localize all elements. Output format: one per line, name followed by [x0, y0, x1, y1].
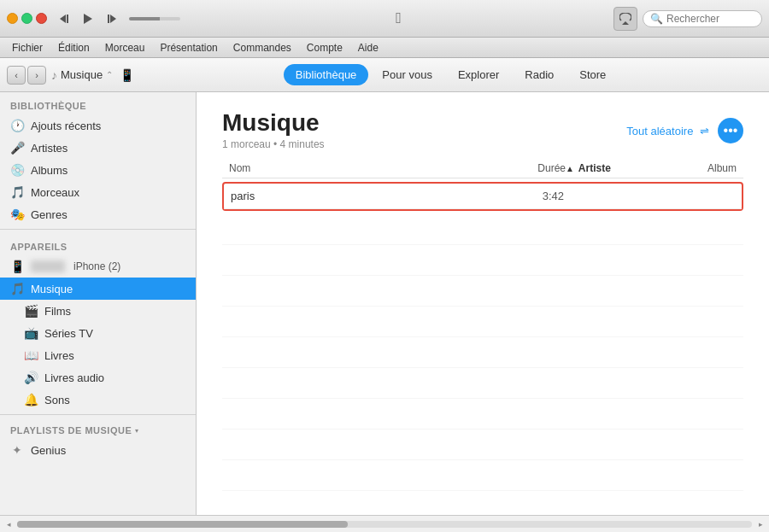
- volume-slider[interactable]: [129, 17, 180, 20]
- sidebar-item-genres[interactable]: 🎭 Genres: [0, 203, 196, 225]
- apple-logo-icon: : [396, 9, 402, 27]
- svg-marker-3: [110, 15, 116, 23]
- genres-icon: 🎭: [10, 208, 24, 221]
- svg-rect-1: [67, 15, 68, 23]
- empty-row-5: [222, 337, 743, 368]
- sidebar-item-musique[interactable]: 🎵 Musique: [0, 278, 196, 300]
- sidebar-item-livres[interactable]: 📖 Livres: [0, 344, 196, 366]
- bell-icon: 🔔: [24, 393, 38, 406]
- menu-bar: Fichier Édition Morceau Présentation Com…: [0, 38, 769, 58]
- sort-arrow-icon: ▲: [566, 164, 574, 173]
- sidebar-label-sons: Sons: [44, 394, 70, 406]
- empty-row-4: [222, 307, 743, 337]
- bottom-scrollbar: ◂ ▸: [0, 515, 769, 532]
- scroll-right-icon[interactable]: ▸: [755, 519, 766, 529]
- empty-row-6: [222, 368, 743, 399]
- svg-marker-5: [622, 21, 629, 25]
- empty-row-1: [222, 214, 743, 245]
- nav-arrows: ‹ ›: [7, 66, 46, 85]
- content-area: Musique 1 morceau • 4 minutes Tout aléat…: [197, 92, 769, 515]
- table-row[interactable]: paris 3:42: [224, 184, 742, 209]
- more-button[interactable]: •••: [718, 118, 743, 143]
- sidebar-item-morceaux[interactable]: 🎵 Morceaux: [0, 181, 196, 203]
- sidebar-item-series-tv[interactable]: 📺 Séries TV: [0, 322, 196, 344]
- audio-book-icon: 🔊: [24, 371, 38, 384]
- content-header: Musique 1 morceau • 4 minutes Tout aléat…: [197, 92, 769, 159]
- nav-tabs: Bibliothèque Pour vous Explorer Radio St…: [139, 64, 762, 85]
- empty-row-3: [222, 276, 743, 307]
- svg-rect-4: [108, 15, 109, 23]
- minimize-button[interactable]: [7, 13, 18, 24]
- music-table: Nom Durée ▲ Artiste Album paris 3:42: [197, 159, 769, 515]
- search-input[interactable]: [666, 13, 754, 25]
- next-button[interactable]: [100, 9, 120, 29]
- sidebar-item-ajouts-recents[interactable]: 🕐 Ajouts récents: [0, 114, 196, 137]
- col-header-album[interactable]: Album: [668, 162, 737, 174]
- menu-edition[interactable]: Édition: [51, 40, 97, 56]
- sidebar-item-albums[interactable]: 💿 Albums: [0, 159, 196, 181]
- device-name-label: iPhone (2): [73, 260, 120, 272]
- menu-morceau[interactable]: Morceau: [98, 40, 152, 56]
- svg-marker-2: [84, 14, 92, 24]
- play-button[interactable]: [78, 9, 98, 29]
- row-artist: [564, 190, 666, 202]
- menu-aide[interactable]: Aide: [351, 40, 385, 56]
- chevron-down-icon: ▾: [135, 427, 138, 435]
- nav-back-button[interactable]: ‹: [7, 66, 26, 85]
- breadcrumb-text: Musique: [61, 68, 103, 81]
- sidebar-item-genius[interactable]: ✦ Genius: [0, 439, 196, 461]
- tab-explorer[interactable]: Explorer: [446, 64, 511, 85]
- sidebar-label-genius: Genius: [31, 444, 66, 457]
- search-box[interactable]: 🔍: [643, 10, 762, 27]
- content-title-block: Musique 1 morceau • 4 minutes: [222, 109, 325, 150]
- window-controls: [7, 13, 47, 24]
- nav-forward-button[interactable]: ›: [27, 66, 46, 85]
- menu-compte[interactable]: Compte: [300, 40, 349, 56]
- shuffle-link[interactable]: Tout aléatoire ⇌: [626, 125, 709, 137]
- content-subtitle: 1 morceau • 4 minutes: [222, 138, 325, 150]
- scroll-left-icon[interactable]: ◂: [3, 519, 14, 529]
- mic-icon: 🎤: [10, 141, 24, 155]
- table-header: Nom Durée ▲ Artiste Album: [222, 159, 743, 178]
- sidebar-label-livres: Livres: [44, 349, 74, 362]
- airplay-button[interactable]: [613, 7, 637, 31]
- search-icon: 🔍: [650, 13, 663, 25]
- title-bar:  🔍: [0, 0, 769, 38]
- playlists-section-title: Playlists de musique: [10, 425, 132, 436]
- tab-bibliotheque[interactable]: Bibliothèque: [284, 64, 369, 85]
- tab-radio[interactable]: Radio: [513, 64, 566, 85]
- empty-row-8: [222, 430, 743, 460]
- col-header-nom[interactable]: Nom: [229, 162, 497, 174]
- maximize-button[interactable]: [21, 13, 32, 24]
- divider-2: [0, 414, 196, 415]
- prev-button[interactable]: [56, 9, 76, 29]
- sidebar-label-musique: Musique: [31, 283, 73, 295]
- book-icon: 📖: [24, 348, 38, 362]
- scrollbar-thumb[interactable]: [17, 521, 348, 528]
- empty-row-7: [222, 399, 743, 430]
- playlists-header[interactable]: Playlists de musique ▾: [0, 418, 196, 439]
- scrollbar-track[interactable]: [17, 521, 752, 528]
- menu-commandes[interactable]: Commandes: [226, 40, 298, 56]
- breadcrumb: ♪ Musique ⌃ 📱: [51, 68, 134, 82]
- col-header-duree[interactable]: Durée: [497, 162, 566, 174]
- sidebar-item-sons[interactable]: 🔔 Sons: [0, 389, 196, 411]
- col-header-artiste: ▲ Artiste: [566, 162, 668, 174]
- breadcrumb-arrow-icon: ⌃: [106, 70, 113, 79]
- sidebar-label-artistes: Artistes: [31, 142, 68, 155]
- device-name-blurred: [31, 260, 65, 272]
- menu-presentation[interactable]: Présentation: [153, 40, 224, 56]
- menu-fichier[interactable]: Fichier: [5, 40, 50, 56]
- sidebar-item-device[interactable]: 📱 iPhone (2): [0, 255, 196, 278]
- music-icon: 🎵: [10, 282, 24, 295]
- row-album: [666, 190, 735, 202]
- iphone-icon: 📱: [10, 260, 24, 273]
- tab-pour-vous[interactable]: Pour vous: [370, 64, 444, 85]
- sidebar-item-films[interactable]: 🎬 Films: [0, 300, 196, 322]
- tab-store[interactable]: Store: [567, 64, 618, 85]
- sidebar-item-livres-audio[interactable]: 🔊 Livres audio: [0, 366, 196, 389]
- row-duration: 3:42: [496, 190, 564, 202]
- sidebar-item-artistes[interactable]: 🎤 Artistes: [0, 137, 196, 159]
- close-button[interactable]: [36, 13, 47, 24]
- tv-icon: 📺: [24, 326, 38, 340]
